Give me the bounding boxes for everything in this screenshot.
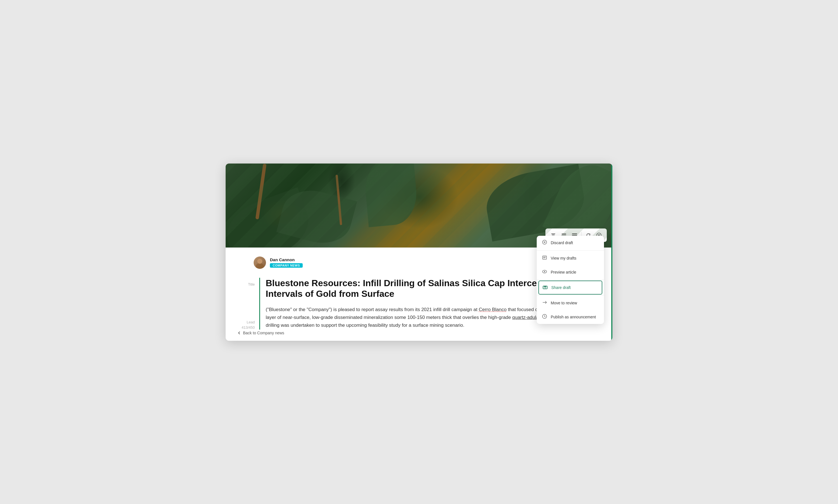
svg-rect-0 xyxy=(551,234,555,234)
publish-as-announcement-label: Publish as announcement xyxy=(551,315,596,319)
discard-icon xyxy=(542,240,547,246)
announcement-icon xyxy=(542,314,547,320)
cerro-blanco-link[interactable]: Cerro Blanco xyxy=(479,307,507,312)
vine-decoration-1 xyxy=(255,163,267,219)
share-draft-button[interactable]: Share draft xyxy=(538,281,602,294)
share-icon xyxy=(542,285,548,291)
move-to-review-label: Move to review xyxy=(551,301,577,305)
labels-column: Title Lead 413/450 xyxy=(237,278,259,329)
leaf-decoration-3 xyxy=(482,164,589,241)
publish-as-announcement-button[interactable]: Publish as announcement xyxy=(537,310,604,324)
svg-rect-13 xyxy=(543,256,547,259)
author-name: Dan Cannon xyxy=(270,257,303,262)
move-to-review-button[interactable]: Move to review xyxy=(537,296,604,310)
svg-rect-4 xyxy=(562,234,566,234)
view-my-drafts-button[interactable]: View my drafts xyxy=(537,251,604,265)
discard-draft-button[interactable]: Discard draft xyxy=(537,236,604,250)
hero-image xyxy=(226,163,612,248)
svg-rect-5 xyxy=(562,235,566,235)
view-my-drafts-label: View my drafts xyxy=(551,256,577,260)
content-area: Dan Cannon COMPANY NEWS Title Lead 413/4… xyxy=(226,248,612,341)
title-label: Title xyxy=(237,280,259,286)
vine-decoration-2 xyxy=(336,175,342,225)
author-info: Dan Cannon COMPANY NEWS xyxy=(270,257,303,268)
lead-label: Lead xyxy=(237,286,259,324)
avatar xyxy=(254,256,266,269)
app-window: Dan Cannon COMPANY NEWS Title Lead 413/4… xyxy=(226,163,612,341)
leaf-decoration-4 xyxy=(542,163,612,248)
preview-article-label: Preview article xyxy=(551,270,576,274)
dropdown-divider-3 xyxy=(537,295,604,295)
drafts-icon xyxy=(542,255,547,261)
preview-article-button[interactable]: Preview article xyxy=(537,265,604,279)
svg-rect-1 xyxy=(552,235,555,235)
leaf-decoration-2 xyxy=(276,183,357,247)
review-icon xyxy=(542,300,547,306)
back-chevron-icon xyxy=(237,331,241,335)
share-draft-label: Share draft xyxy=(551,285,571,290)
dropdown-divider-1 xyxy=(537,250,604,251)
discard-draft-label: Discard draft xyxy=(551,240,573,245)
preview-icon xyxy=(542,269,547,275)
leaf-decoration-1 xyxy=(226,187,317,247)
back-link-label: Back to Company news xyxy=(243,331,284,335)
category-badge[interactable]: COMPANY NEWS xyxy=(270,263,303,268)
svg-rect-8 xyxy=(572,234,577,234)
back-link[interactable]: Back to Company news xyxy=(237,331,284,335)
leaf-decoration-5 xyxy=(363,163,419,227)
svg-point-15 xyxy=(544,271,545,272)
dropdown-menu: Discard draft View my drafts xyxy=(537,236,604,324)
char-count: 413/450 xyxy=(237,325,259,329)
